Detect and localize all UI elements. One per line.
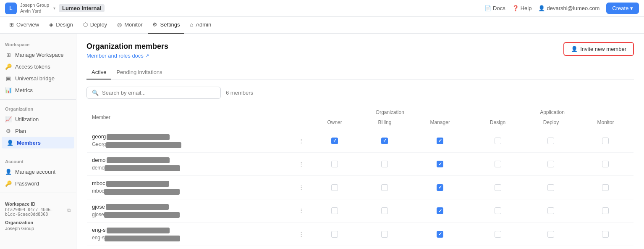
tab-pending-label: Pending invitations: [116, 69, 162, 75]
cb-cell: [360, 223, 409, 246]
search-input[interactable]: [102, 90, 215, 96]
col-owner: Owner: [309, 116, 361, 129]
sidebar-item-utilization[interactable]: 📈 Utilization: [0, 113, 76, 125]
checkbox[interactable]: [331, 184, 338, 191]
checkbox[interactable]: [547, 161, 554, 167]
row-menu[interactable]: ⋮: [293, 152, 309, 176]
member-email-redacted: [106, 142, 181, 148]
checkbox[interactable]: [602, 231, 609, 238]
cb-cell: [309, 223, 361, 246]
col-member: Member: [87, 106, 293, 129]
row-menu[interactable]: ⋮: [293, 199, 309, 223]
top-bar: L Joseph Group Arvin Yard ▾ Lumeo Intern…: [0, 0, 644, 17]
checkbox[interactable]: [547, 207, 554, 214]
checkbox[interactable]: [495, 184, 501, 191]
checkbox[interactable]: [381, 138, 388, 144]
sidebar-item-members[interactable]: 👤 Members: [2, 137, 74, 148]
row-menu[interactable]: ⋮: [293, 129, 309, 153]
tab-admin[interactable]: ⌂ Admin: [186, 17, 215, 34]
tab-active[interactable]: Active: [86, 66, 111, 79]
sidebar-item-universal-bridge[interactable]: ▣ Universal bridge: [0, 72, 76, 84]
checkbox[interactable]: [495, 231, 501, 238]
cb-cell: [360, 246, 409, 249]
row-menu[interactable]: ⋮: [293, 176, 309, 199]
member-roles-link[interactable]: Member and roles docs ↗: [86, 53, 168, 59]
row-menu[interactable]: ⋮: [293, 246, 309, 249]
sidebar-item-metrics-label: Metrics: [15, 87, 33, 93]
checkbox[interactable]: [331, 138, 338, 144]
checkbox[interactable]: [547, 231, 554, 238]
checkbox[interactable]: [602, 184, 609, 191]
chevron-down-icon[interactable]: ▾: [53, 6, 55, 11]
cb-cell: [578, 176, 634, 199]
member-email-redacted: [104, 212, 180, 218]
invite-new-member-button[interactable]: 👤 Invite new member: [563, 42, 634, 56]
top-bar-right: 📄 Docs ❓ Help 👤 devarshi@lumeo.com Creat…: [484, 3, 639, 14]
cb-cell: [471, 223, 524, 246]
sidebar-item-password[interactable]: 🔑 Password: [0, 177, 76, 189]
sidebar-item-manage-workspace[interactable]: ⊞ Manage Workspace: [0, 49, 76, 61]
checkbox[interactable]: [331, 207, 338, 214]
cb-cell: [578, 246, 634, 249]
member-email: Georg: [92, 141, 288, 148]
cb-cell: [409, 246, 471, 249]
cb-cell: [471, 199, 524, 223]
invite-icon: 👤: [571, 46, 578, 52]
checkbox[interactable]: [331, 231, 338, 238]
sidebar-item-password-label: Password: [15, 180, 39, 187]
sidebar-item-plan[interactable]: ⚙ Plan: [0, 125, 76, 137]
sidebar-item-access-tokens[interactable]: 🔑 Access tokens: [0, 61, 76, 72]
checkbox[interactable]: [547, 184, 554, 191]
metrics-icon: 📊: [5, 87, 12, 93]
tab-settings[interactable]: ⚙ Settings: [148, 17, 184, 34]
tab-design[interactable]: ◈ Design: [45, 17, 77, 34]
plan-icon: ⚙: [5, 127, 12, 134]
cb-cell: [471, 176, 524, 199]
checkbox[interactable]: [437, 231, 443, 238]
checkbox[interactable]: [495, 161, 501, 167]
sidebar-item-manage-account[interactable]: 👤 Manage account: [0, 166, 76, 177]
tab-deploy[interactable]: ⬡ Deploy: [79, 17, 111, 34]
checkbox[interactable]: [495, 138, 501, 144]
tab-overview-label: Overview: [16, 21, 39, 28]
checkbox[interactable]: [437, 207, 443, 214]
member-email: demo: [92, 164, 288, 171]
tab-pending[interactable]: Pending invitations: [111, 66, 167, 79]
help-link[interactable]: ❓ Help: [512, 5, 532, 11]
checkbox[interactable]: [437, 138, 443, 144]
row-menu[interactable]: ⋮: [293, 223, 309, 246]
checkbox[interactable]: [437, 161, 443, 167]
col-deploy: Deploy: [524, 116, 578, 129]
create-button[interactable]: Create ▾: [606, 3, 639, 14]
checkbox[interactable]: [381, 161, 388, 167]
checkbox[interactable]: [602, 161, 609, 167]
external-link-icon: ↗: [145, 53, 149, 58]
checkbox[interactable]: [381, 184, 388, 191]
password-icon: 🔑: [5, 180, 12, 187]
help-label: Help: [521, 5, 532, 11]
checkbox[interactable]: [331, 161, 338, 167]
checkbox[interactable]: [495, 207, 501, 214]
member-cell: demodemo: [87, 152, 293, 176]
member-cell: gjosegjose: [87, 199, 293, 223]
tab-monitor[interactable]: ◎ Monitor: [113, 17, 147, 34]
cb-cell: [309, 246, 361, 249]
logo: L: [5, 3, 17, 14]
cb-cell: [309, 152, 361, 176]
member-name: demo: [92, 157, 288, 164]
tab-overview[interactable]: ⊞ Overview: [5, 17, 43, 34]
checkbox[interactable]: [381, 207, 388, 214]
checkbox[interactable]: [602, 207, 609, 214]
user-menu[interactable]: 👤 devarshi@lumeo.com: [538, 5, 599, 11]
checkbox[interactable]: [602, 138, 609, 144]
checkbox[interactable]: [547, 138, 554, 144]
docs-link[interactable]: 📄 Docs: [484, 5, 505, 11]
sidebar-item-metrics[interactable]: 📊 Metrics: [0, 84, 76, 96]
workspace-id-label: Workspace ID: [5, 201, 71, 207]
checkbox[interactable]: [437, 184, 443, 191]
access-tokens-icon: 🔑: [5, 63, 12, 70]
member-name: gjose: [92, 204, 288, 210]
checkbox[interactable]: [381, 231, 388, 238]
member-email-redacted: [105, 165, 180, 171]
copy-icon[interactable]: ⧉: [67, 207, 71, 213]
